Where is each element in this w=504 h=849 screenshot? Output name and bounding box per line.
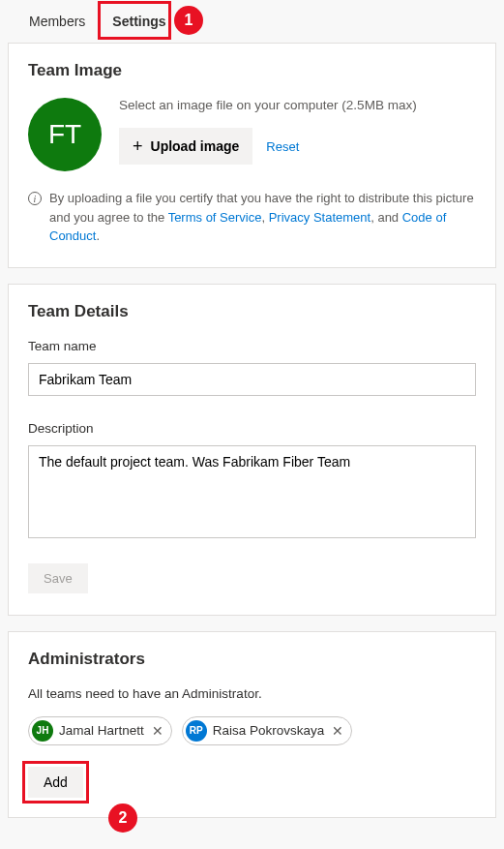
- upload-disclosure: i By uploading a file you certify that y…: [28, 189, 476, 246]
- admin-chip[interactable]: RP Raisa Pokrovskaya ✕: [182, 716, 353, 745]
- remove-admin-icon[interactable]: ✕: [152, 723, 163, 739]
- plus-icon: +: [133, 137, 143, 155]
- admin-chip[interactable]: JH Jamal Hartnett ✕: [28, 716, 172, 745]
- team-image-title: Team Image: [28, 61, 476, 80]
- team-avatar: FT: [28, 98, 102, 171]
- remove-admin-icon[interactable]: ✕: [332, 723, 343, 739]
- admin-chip-name: Raisa Pokrovskaya: [213, 723, 325, 738]
- tab-members[interactable]: Members: [15, 6, 99, 37]
- administrators-note: All teams need to have an Administrator.: [28, 686, 476, 701]
- upload-help-text: Select an image file on your computer (2…: [119, 98, 476, 112]
- tab-settings[interactable]: Settings: [99, 6, 179, 37]
- description-label: Description: [28, 421, 476, 436]
- admin-chip-name: Jamal Hartnett: [59, 723, 144, 738]
- team-name-input[interactable]: [28, 363, 476, 396]
- team-image-card: Team Image FT Select an image file on yo…: [8, 43, 496, 268]
- privacy-statement-link[interactable]: Privacy Statement: [269, 210, 371, 225]
- team-details-card: Team Details Team name Description The d…: [8, 284, 496, 616]
- admin-chips: JH Jamal Hartnett ✕ RP Raisa Pokrovskaya…: [28, 716, 476, 745]
- team-name-label: Team name: [28, 339, 476, 353]
- save-button[interactable]: Save: [28, 563, 88, 593]
- terms-of-service-link[interactable]: Terms of Service: [168, 210, 262, 225]
- description-textarea[interactable]: The default project team. Was Fabrikam F…: [28, 445, 476, 538]
- upload-image-button[interactable]: + Upload image: [119, 128, 252, 165]
- tabs-bar: Members Settings 1: [8, 0, 496, 37]
- add-button[interactable]: Add: [28, 767, 83, 798]
- administrators-title: Administrators: [28, 650, 476, 669]
- administrators-card: Administrators All teams need to have an…: [8, 631, 496, 818]
- avatar: RP: [186, 720, 207, 742]
- team-details-title: Team Details: [28, 302, 476, 321]
- info-icon: i: [28, 192, 42, 205]
- upload-image-label: Upload image: [151, 138, 240, 154]
- reset-link[interactable]: Reset: [266, 139, 299, 154]
- avatar: JH: [32, 720, 53, 742]
